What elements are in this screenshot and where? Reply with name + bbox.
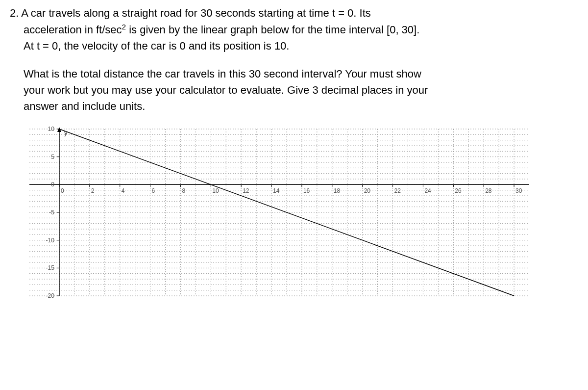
x-tick-label: 18 [334,188,341,195]
problem-line-2: acceleration in ft/sec2 is given by the … [10,21,578,38]
question-statement: What is the total distance the car trave… [10,66,578,114]
chart-container: 024681012141618202224262830-20-15-10-505… [15,124,578,306]
x-tick-label: 6 [152,188,155,195]
x-tick-label: 12 [243,188,249,195]
question-line-3: answer and include units. [24,98,578,114]
x-tick-label: 28 [485,188,492,195]
acceleration-chart: 024681012141618202224262830-20-15-10-505… [15,124,534,306]
problem-text-2b: is given by the linear graph below for t… [126,24,419,36]
problem-text-1: A car travels along a straight road for … [21,7,371,19]
y-tick-label: 0 [51,182,54,188]
x-tick-label: 22 [394,188,401,195]
y-axis-label: y [64,129,68,136]
x-tick-label: 16 [303,188,310,195]
x-tick-label: 0 [61,188,64,195]
x-tick-label: 8 [182,188,185,195]
x-tick-label: 26 [455,188,462,195]
problem-number: 2. [10,7,19,19]
problem-container: 2. A car travels along a straight road f… [10,5,578,306]
x-tick-label: 30 [515,188,522,195]
x-tick-label: 10 [212,188,219,195]
superscript-2: 2 [122,23,126,31]
y-tick-label: -5 [49,209,54,216]
y-tick-label: 10 [48,126,55,132]
x-tick-label: 24 [424,188,431,195]
question-line-2: your work but you may use your calculato… [24,82,578,98]
y-tick-label: 5 [51,154,54,160]
y-tick-label: -15 [46,265,55,272]
y-tick-label: -10 [46,237,55,244]
problem-text-2a: acceleration in ft/sec [24,24,122,36]
y-tick-label: -20 [46,292,55,299]
problem-line-1: 2. A car travels along a straight road f… [10,5,578,21]
x-tick-label: 4 [122,188,125,195]
problem-statement: 2. A car travels along a straight road f… [10,5,578,54]
x-tick-label: 20 [364,188,371,195]
problem-line-3: At t = 0, the velocity of the car is 0 a… [10,38,578,54]
question-line-1: What is the total distance the car trave… [24,66,578,82]
x-tick-label: 14 [273,188,280,195]
x-tick-label: 2 [91,188,95,195]
